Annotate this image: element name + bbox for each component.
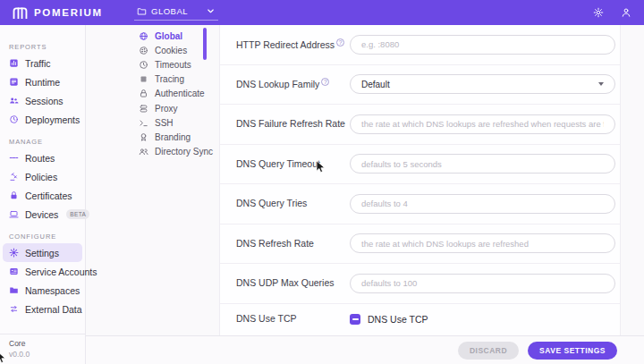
namespaces-folder-icon (9, 285, 19, 295)
sidebar-item-certificates[interactable]: Certificates (3, 186, 82, 205)
sidebar-section-label: MANAGE (9, 138, 76, 146)
gear-icon[interactable] (593, 7, 604, 18)
subnav-item-label: Cookies (155, 46, 187, 55)
settings-subnav: GlobalCookiesTimeoutsTracingAuthenticate… (86, 25, 219, 335)
external-data-icon (9, 304, 19, 314)
devices-icon (9, 209, 19, 219)
sidebar-item-devices[interactable]: DevicesBETA (3, 205, 82, 224)
sidebar-item-label: Namespaces (25, 285, 80, 296)
pomerium-logo-icon (13, 7, 28, 19)
dns-lookup-family-select[interactable]: Default (350, 74, 615, 94)
namespace-select-value: GLOBAL (151, 6, 188, 16)
field-control (350, 35, 615, 55)
namespace-select[interactable]: GLOBAL (134, 4, 218, 21)
pomerium-console: POMERIUM GLOBAL REPORTSTrafficRuntimeSes… (0, 0, 644, 364)
form-row-dns-refresh-rate: DNS Refresh Rate (220, 224, 620, 265)
routes-icon (9, 153, 19, 163)
award-icon (139, 132, 148, 142)
subnav-item-tracing[interactable]: Tracing (86, 72, 219, 87)
sidebar-item-policies[interactable]: Policies (3, 167, 82, 186)
chevron-down-icon (598, 82, 604, 86)
topbar-actions (593, 7, 631, 18)
dns-failure-refresh-rate-input[interactable] (350, 114, 615, 134)
form-row-dns-query-timeout: DNS Query Timeout (220, 145, 620, 185)
dns-use-tcp-checkbox[interactable] (350, 314, 360, 325)
dns-query-timeout-input[interactable] (350, 154, 615, 174)
help-icon[interactable]: ? (336, 38, 344, 47)
sidebar-section-label: REPORTS (9, 43, 76, 51)
sidebar-item-deployments[interactable]: Deployments (3, 110, 82, 129)
dns-lookup-family-select-value: Default (361, 80, 390, 89)
save-settings-button[interactable]: SAVE SETTINGS (528, 342, 617, 360)
sidebar-item-label: Traffic (25, 58, 51, 69)
help-icon[interactable]: ? (321, 78, 329, 86)
field-control (350, 194, 615, 214)
subnav-item-proxy[interactable]: Proxy (86, 101, 219, 115)
directory-users-icon (139, 147, 148, 157)
form-row-dns-query-tries: DNS Query Tries (220, 184, 620, 224)
field-label: DNS UDP Max Queries (236, 277, 350, 289)
sidebar-item-label: Devices (25, 209, 58, 220)
settings-gear-icon (9, 248, 19, 258)
sidebar-item-runtime[interactable]: Runtime (3, 72, 82, 91)
field-label: HTTP Redirect Address? (236, 38, 350, 51)
http-redirect-address-input[interactable] (350, 35, 615, 55)
field-label: DNS Use TCP (236, 313, 350, 325)
field-label: DNS Query Tries (236, 198, 350, 209)
sidebar-item-traffic[interactable]: Traffic (3, 54, 82, 72)
body: REPORTSTrafficRuntimeSessionsDeployments… (0, 25, 644, 364)
content-right-margin (621, 25, 644, 335)
lock-icon (139, 89, 148, 98)
terminal-icon (139, 118, 148, 128)
sidebar-item-sessions[interactable]: Sessions (3, 91, 82, 110)
certificates-lock-icon (9, 190, 19, 200)
form-row-dns-use-tcp: DNS Use TCPDNS Use TCP (220, 304, 620, 335)
form-row-dns-udp-max-queries: DNS UDP Max Queries (220, 264, 620, 304)
policies-gavel-icon (9, 172, 19, 182)
sidebar-item-routes[interactable]: Routes (3, 148, 82, 167)
user-icon[interactable] (621, 7, 631, 18)
proxy-stack-icon (139, 104, 148, 114)
form-row-dns-lookup-family: DNS Lookup Family?Default (220, 65, 620, 106)
subnav-item-authenticate[interactable]: Authenticate (86, 87, 219, 101)
runtime-dashboard-icon (9, 77, 19, 87)
product-name: Core (9, 339, 76, 348)
dns-use-tcp-checkbox-wrap: DNS Use TCP (350, 314, 615, 325)
dns-udp-max-queries-input[interactable] (350, 274, 615, 293)
subnav-item-directory-sync[interactable]: Directory Sync (86, 145, 219, 159)
field-control (350, 114, 615, 134)
brand: POMERIUM (13, 7, 103, 19)
dns-refresh-rate-input[interactable] (350, 233, 615, 253)
subnav-item-branding[interactable]: Branding (86, 130, 219, 144)
sidebar-item-service-accounts[interactable]: Service Accounts (3, 262, 82, 281)
subnav-item-label: Tracing (155, 74, 184, 84)
field-control: Default (350, 74, 615, 94)
subnav-item-timeouts[interactable]: Timeouts (86, 57, 219, 72)
top-bar: POMERIUM GLOBAL (0, 0, 644, 25)
sidebar-item-label: Sessions (25, 96, 64, 106)
subnav-scrollbar[interactable] (203, 28, 207, 60)
cookie-icon (139, 46, 148, 55)
dns-use-tcp-checkbox-label: DNS Use TCP (368, 314, 428, 325)
subnav-item-global[interactable]: Global (86, 29, 219, 43)
sidebar-item-namespaces[interactable]: Namespaces (3, 281, 82, 300)
sidebar-item-external-data[interactable]: External Data (3, 300, 82, 318)
right-area: GlobalCookiesTimeoutsTracingAuthenticate… (86, 25, 644, 364)
sidebar-section-label: CONFIGURE (9, 233, 76, 241)
field-control (350, 233, 615, 253)
subnav-item-cookies[interactable]: Cookies (86, 43, 219, 57)
sidebar-item-settings[interactable]: Settings (3, 243, 82, 262)
discard-button[interactable]: DISCARD (458, 342, 519, 360)
main-sidebar: REPORTSTrafficRuntimeSessionsDeployments… (0, 25, 86, 364)
dns-query-tries-input[interactable] (350, 194, 615, 214)
folder-icon (137, 6, 147, 16)
subnav-item-ssh[interactable]: SSH (86, 115, 219, 130)
field-control (350, 154, 615, 174)
sidebar-section-configure: CONFIGURESettingsService AccountsNamespa… (0, 233, 85, 318)
field-label: DNS Query Timeout (236, 158, 350, 170)
deployments-clock-icon (9, 114, 19, 124)
settings-content: HTTP Redirect Address?DNS Lookup Family?… (219, 25, 644, 335)
service-accounts-icon (9, 267, 19, 276)
tracing-square-icon (139, 74, 148, 84)
sidebar-item-label: External Data (25, 304, 82, 315)
